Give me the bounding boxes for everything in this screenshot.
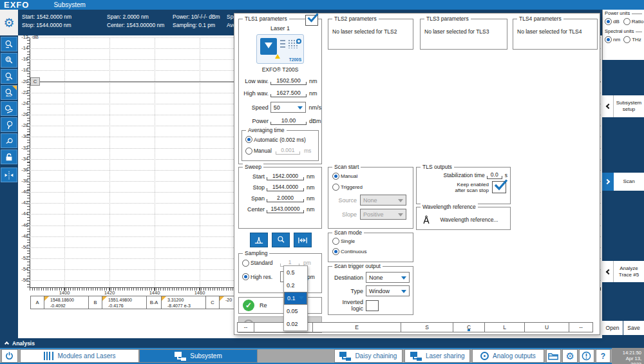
lock-icon (5, 153, 14, 162)
band-cell-L[interactable]: L (484, 322, 525, 332)
scan-label: Scan (614, 173, 644, 191)
marker-power: -0.4092 (50, 303, 87, 309)
scan-mode-single-radio[interactable]: Single (332, 238, 413, 245)
analysis-bar[interactable]: Analysis (0, 338, 644, 348)
power-button[interactable] (1, 349, 18, 363)
spectral-units-thz-radio[interactable]: THz (623, 36, 641, 43)
open-button[interactable]: Open (602, 321, 623, 335)
x-tick-label: 1460 (190, 290, 209, 296)
speed-select[interactable]: 50 (270, 102, 307, 113)
band-active-dot (468, 329, 470, 331)
dropdown-option-0.1[interactable]: 0.1 (284, 292, 307, 305)
high-wav-unit: nm (309, 90, 317, 97)
tls1-parameters-group: TLS1 parameters Laser 1 T200S EXFO® T200… (238, 19, 322, 164)
subsystem-label: Subsystem (190, 352, 222, 359)
keep-enabled-checkbox[interactable] (492, 181, 506, 193)
laser-instrument-image[interactable]: T200S (256, 34, 304, 64)
high-wav-value[interactable]: 1627.500 (270, 90, 307, 97)
sweep-start-value[interactable]: 1542.0000 (267, 173, 304, 180)
power-units-ratio-radio[interactable]: Ratio (623, 18, 644, 25)
averaging-automatic-radio[interactable]: Automatic (0.002 ms) (245, 136, 318, 143)
y-tick-label: -50 (18, 245, 28, 250)
tls3-legend: TLS3 parameters (424, 15, 471, 22)
marker-value-B-A: 3.31200-8.4077 e-3 (161, 296, 206, 309)
keep-enabled-line2: after scan stop (455, 187, 489, 193)
scan-button[interactable]: Scan (602, 173, 644, 191)
low-wav-value[interactable]: 1502.500 (270, 77, 307, 85)
power-label: Power (242, 118, 269, 124)
chevron-left-cell (602, 261, 614, 282)
band-cell---[interactable]: -- (569, 322, 593, 332)
lock-button[interactable] (1, 149, 17, 164)
open-file-button[interactable] (546, 349, 562, 363)
tls1-enabled-checkbox[interactable] (305, 15, 318, 26)
marker-c-handle[interactable]: C (30, 77, 40, 86)
zoom-all-button[interactable]: All (1, 69, 17, 84)
band-cell-E[interactable]: E (312, 322, 401, 332)
stabilization-time-value[interactable]: 0.0 (487, 171, 502, 179)
settings-button[interactable]: ⚙ (0, 10, 18, 35)
dropdown-option-0.5[interactable]: 0.5 (284, 266, 307, 279)
spectral-units-group: Spectral units nm THz (605, 32, 642, 43)
radio-icon (245, 148, 252, 155)
zoom-window-button[interactable] (1, 53, 17, 68)
zoom-out-button[interactable] (1, 133, 17, 148)
sweep-span-value[interactable]: 2.0000 (267, 195, 304, 202)
inverted-logic-checkbox[interactable] (366, 300, 379, 311)
sampling-standard-radio[interactable]: Standard 1 pm (242, 259, 321, 267)
power-units-db-radio[interactable]: dB (605, 18, 620, 25)
destination-select[interactable]: None (366, 272, 410, 283)
subsystem-setup-button[interactable]: Subsystem setup (602, 95, 644, 117)
band-cell-S[interactable]: S (401, 322, 453, 332)
thz-label: THz (632, 37, 641, 43)
markers-button[interactable] (1, 168, 17, 182)
keep-enabled-label: Keep enabled after scan stop (419, 182, 489, 193)
dropdown-option-0.05[interactable]: 0.05 (284, 305, 307, 318)
band-cell---[interactable]: -- (237, 322, 254, 332)
analog-outputs-button[interactable]: Analog outputs (472, 349, 544, 363)
radio-icon (623, 36, 630, 43)
tls-setup-dialog: TLS1 parameters Laser 1 T200S EXFO® T200… (234, 13, 600, 335)
zoom-1-1-button[interactable] (1, 37, 17, 52)
scan-mode-continuous-radio[interactable]: Continuous (332, 248, 413, 255)
fit-horizontal-button[interactable] (294, 233, 312, 247)
zoom-selection-button[interactable] (272, 233, 290, 247)
subsystem-tab-button[interactable]: Subsystem (139, 349, 257, 363)
zoom-auto-button[interactable]: Auto (1, 85, 17, 100)
speed-value: 50 (274, 104, 280, 111)
sampling-highres-radio[interactable]: High res. 0.1 pm (242, 271, 321, 282)
info-power: Power: 10/-/-/- dBm (173, 13, 218, 21)
analyze-trace-button[interactable]: Analyze Trace #5 (602, 261, 644, 282)
system-settings-button[interactable]: ⚙ (562, 349, 578, 363)
dropdown-option-0.02[interactable]: 0.02 (284, 318, 307, 330)
subsystem-setup-label: Subsystem setup (614, 95, 644, 117)
type-select[interactable]: Window (366, 285, 410, 296)
averaging-manual-radio[interactable]: Manual 0.001 ms (245, 147, 318, 155)
rescale-button[interactable]: ✓ Re (238, 297, 322, 314)
band-cell-U[interactable]: U (524, 322, 569, 332)
modules-and-lasers-button[interactable]: Modules and Lasers (20, 349, 140, 363)
scan-start-manual-radio[interactable]: Manual (332, 173, 413, 180)
sweep-span-label: Span (242, 195, 265, 202)
power-value[interactable]: 10.00 (270, 117, 307, 125)
slope-select: Positive (360, 209, 406, 220)
fit-to-markers-button[interactable] (250, 233, 268, 247)
sweep-stop-value[interactable]: 1544.0000 (267, 184, 304, 191)
spectral-units-nm-radio[interactable]: nm (605, 36, 620, 43)
zoom-horizontal-button[interactable] (1, 101, 17, 116)
dropdown-option-0.2[interactable]: 0.2 (284, 279, 307, 292)
sweep-center-value[interactable]: 1543.00000 (267, 206, 304, 213)
stabilization-time-unit: s (505, 172, 507, 178)
zoom-vertical-button[interactable] (1, 117, 17, 132)
wavelength-reference-label: Wavelength reference... (431, 216, 507, 223)
expand-up-icon (5, 341, 9, 346)
notifications-button[interactable] (579, 349, 594, 363)
laser-sharing-button[interactable]: Laser sharing (404, 349, 470, 363)
save-button[interactable]: Save (623, 321, 644, 335)
slope-label: Slope (336, 211, 357, 218)
daisy-chaining-button[interactable]: Daisy chaining (334, 349, 403, 363)
band-cell-C[interactable]: C (453, 322, 485, 332)
help-button[interactable]: ? (596, 349, 611, 363)
wavelength-reference-button[interactable]: Wavelength reference... (417, 207, 510, 229)
scan-start-triggered-radio[interactable]: Triggered (332, 184, 413, 191)
